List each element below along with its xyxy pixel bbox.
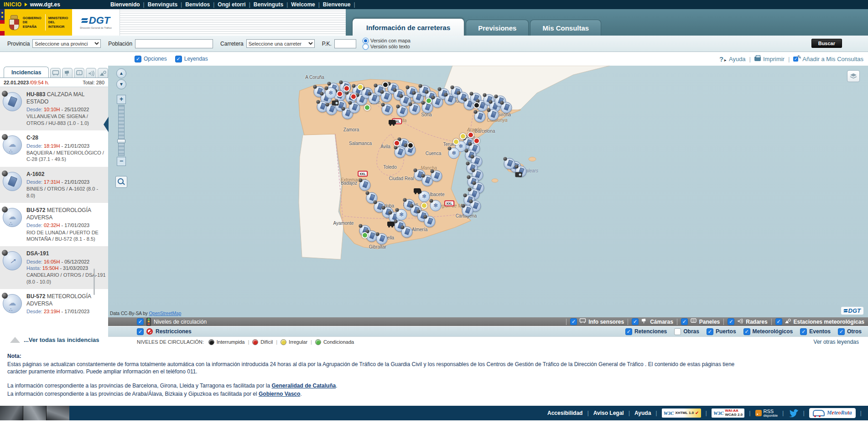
incident-marker[interactable] xyxy=(401,227,413,238)
level-black-marker[interactable] xyxy=(382,82,389,88)
level-red-marker[interactable] xyxy=(394,140,400,146)
level-yellow-marker[interactable] xyxy=(421,202,427,209)
imprimir-link[interactable]: Imprimir xyxy=(754,56,785,62)
w3c-xhtml-badge[interactable]: W3C XHTML 1.0 ✔ xyxy=(662,408,701,418)
tab-incidencias[interactable]: Incidencias xyxy=(4,67,49,78)
ver-otras-leyendas-link[interactable]: Ver otras leyendas xyxy=(814,339,859,345)
pk-input[interactable] xyxy=(334,39,356,48)
level-green-marker[interactable] xyxy=(364,104,370,111)
welcome-link[interactable]: Benvinguts xyxy=(148,1,177,8)
incident-marker[interactable] xyxy=(382,104,393,115)
layers-button[interactable] xyxy=(847,70,860,82)
level-black-marker[interactable] xyxy=(407,142,414,149)
zoom-slider-handle[interactable] xyxy=(117,139,125,143)
gobierno-vasco-link[interactable]: Gobierno Vasco xyxy=(259,391,300,397)
tab-info-sensores[interactable] xyxy=(50,68,61,78)
carretera-select[interactable]: Seleccione una carreter xyxy=(246,39,315,48)
welcome-link[interactable]: Benvidos xyxy=(185,1,210,8)
level-yellow-marker[interactable] xyxy=(357,84,364,90)
ver-todas-link[interactable]: ...Ver todas las incidencias xyxy=(24,336,99,343)
level-green-marker[interactable] xyxy=(362,232,368,238)
welcome-link[interactable]: Bienvenido xyxy=(110,1,140,8)
level-red-marker[interactable] xyxy=(468,132,474,138)
rss-link[interactable]: RSSdisponible xyxy=(755,409,778,417)
provincia-select[interactable]: Seleccione una provinci xyxy=(32,39,101,48)
tab-previsiones[interactable]: Previsiones xyxy=(466,20,529,36)
dgt-logo[interactable]: DGT Dirección General de Tráfico xyxy=(72,9,120,36)
type-checkbox[interactable]: ✓ xyxy=(707,328,713,335)
incident-marker[interactable] xyxy=(501,102,512,114)
tab-radares[interactable] xyxy=(86,68,96,78)
incident-row[interactable]: ☁BU-572 METEOROLOGÍA ADVERSADesde: 23:19… xyxy=(0,289,108,325)
camera-marker[interactable] xyxy=(332,101,339,106)
niveles-checkbox[interactable]: ✓ xyxy=(137,318,144,325)
leyendas-checkbox[interactable]: ✓ xyxy=(175,56,182,62)
incident-marker[interactable] xyxy=(395,147,406,158)
tab-estaciones-meteo[interactable] xyxy=(98,68,108,78)
incident-row[interactable]: A-1602Desde: 17:31H - 21/01/2023BINIES /… xyxy=(0,167,108,203)
poblacion-input[interactable] xyxy=(135,39,213,48)
incident-marker[interactable] xyxy=(474,111,486,123)
restricciones-checkbox[interactable]: ✓ xyxy=(137,328,144,335)
type-checkbox[interactable]: ✓ xyxy=(625,328,632,335)
layer-checkbox[interactable]: ✓ xyxy=(681,318,688,325)
traffic-map[interactable]: A CoruñaLeónBurgosSoriaHuescaGironaBarce… xyxy=(108,66,868,317)
incident-row[interactable]: →DSA-191Desde: 16:05H - 05/12/2022Hasta:… xyxy=(0,246,108,289)
pan-up-button[interactable]: ▲ xyxy=(116,68,126,78)
level-yellow-marker[interactable] xyxy=(453,139,459,145)
incident-marker[interactable] xyxy=(409,103,421,115)
incident-marker[interactable] xyxy=(462,205,473,217)
tab-paneles[interactable]: i xyxy=(74,68,84,78)
xxl-restriction-marker[interactable]: XXL xyxy=(444,201,454,207)
type-checkbox[interactable] xyxy=(674,328,681,335)
buscar-button[interactable]: Buscar xyxy=(811,39,842,48)
incident-marker[interactable] xyxy=(397,106,408,117)
pan-down-button[interactable]: ▼ xyxy=(116,79,126,89)
incident-marker[interactable] xyxy=(504,158,515,170)
type-checkbox[interactable]: ✓ xyxy=(743,328,750,335)
generalidad-cataluna-link[interactable]: Generalidad de Cataluña xyxy=(271,383,336,389)
welcome-link[interactable]: Welcome xyxy=(291,1,315,8)
welcome-link[interactable]: Benvinguts xyxy=(254,1,283,8)
incident-row[interactable]: ☁C-28Desde: 18:19H - 21/01/2023BAQUEIRA … xyxy=(0,130,108,166)
footer-link-ayuda[interactable]: Ayuda xyxy=(634,410,651,416)
ayuda-link[interactable]: ?➤Ayuda xyxy=(719,55,746,63)
tab-información-de-carreteras[interactable]: Información de carreteras xyxy=(352,18,464,36)
meteoruta-link[interactable]: MeteoRuta xyxy=(809,408,856,418)
openstreetmap-link[interactable]: OpenStreetMap xyxy=(149,311,182,316)
incident-marker[interactable] xyxy=(376,233,388,245)
incident-row[interactable]: ☁BU-572 METEOROLOGÍA ADVERSADesde: 02:32… xyxy=(0,203,108,246)
zoom-slider[interactable] xyxy=(118,105,125,156)
layer-checkbox[interactable]: ✓ xyxy=(570,318,577,325)
zoom-box-button[interactable] xyxy=(115,176,127,188)
zoom-out-button[interactable]: − xyxy=(117,157,126,166)
snow-marker[interactable]: ❄ xyxy=(430,200,442,212)
truck-marker[interactable] xyxy=(387,222,395,226)
level-red-marker[interactable] xyxy=(337,91,343,97)
snow-marker[interactable]: ❄ xyxy=(448,148,460,159)
anadir-consultas-link[interactable]: ✓✎Añadir a Mis Consultas xyxy=(793,56,863,62)
xxl-restriction-marker[interactable]: XXL xyxy=(358,171,368,177)
footer-link-accesibilidad[interactable]: Accesibilidad xyxy=(547,410,582,416)
twitter-link[interactable] xyxy=(789,409,799,417)
sidebar-scrollbar[interactable] xyxy=(94,269,95,295)
inicio-link[interactable]: INICIO xyxy=(4,1,22,8)
level-green-marker[interactable] xyxy=(426,98,432,104)
snow-marker[interactable]: ❄ xyxy=(325,88,337,99)
level-black-marker[interactable] xyxy=(473,102,480,109)
level-yellow-marker[interactable] xyxy=(460,133,466,140)
camera-marker[interactable] xyxy=(515,172,522,177)
incident-marker[interactable] xyxy=(431,171,442,182)
w3c-wai-badge[interactable]: W3C WAI-AAWCAG 2.0 xyxy=(712,408,744,418)
site-url[interactable]: www.dgt.es xyxy=(30,1,60,8)
incident-marker[interactable] xyxy=(424,216,436,228)
opciones-checkbox[interactable]: ✓ xyxy=(135,56,141,62)
tab-camaras[interactable] xyxy=(62,68,73,78)
tab-mis-consultas[interactable]: Mis Consultas xyxy=(530,20,601,36)
layer-checkbox[interactable]: ✓ xyxy=(775,318,782,325)
layer-checkbox[interactable]: ✓ xyxy=(632,318,639,325)
version-mapa-radio[interactable] xyxy=(363,38,369,44)
type-checkbox[interactable]: ✓ xyxy=(838,328,845,335)
zoom-in-button[interactable]: + xyxy=(117,95,126,104)
level-red-marker[interactable] xyxy=(343,85,350,92)
